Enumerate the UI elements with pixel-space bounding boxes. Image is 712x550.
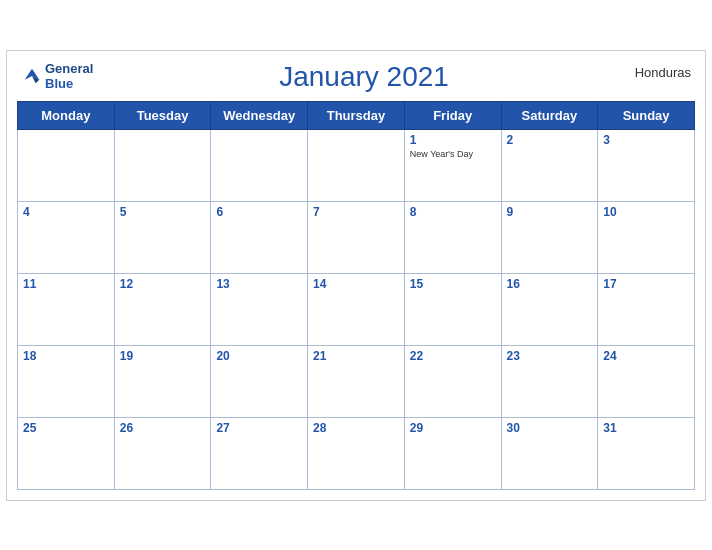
calendar-cell: 25: [18, 417, 115, 489]
calendar-header: General Blue January 2021 Honduras: [17, 61, 695, 93]
calendar-cell: 13: [211, 273, 308, 345]
day-number: 7: [313, 205, 399, 219]
calendar-cell: 26: [114, 417, 211, 489]
day-number: 18: [23, 349, 109, 363]
day-number: 8: [410, 205, 496, 219]
day-number: 9: [507, 205, 593, 219]
day-number: 22: [410, 349, 496, 363]
weekday-header-tuesday: Tuesday: [114, 101, 211, 129]
calendar-cell: [114, 129, 211, 201]
calendar-cell: 30: [501, 417, 598, 489]
calendar-cell: 31: [598, 417, 695, 489]
day-number: 23: [507, 349, 593, 363]
calendar-cell: 24: [598, 345, 695, 417]
calendar-cell: [18, 129, 115, 201]
week-row-0: 1New Year's Day23: [18, 129, 695, 201]
calendar-grid: MondayTuesdayWednesdayThursdayFridaySatu…: [17, 101, 695, 490]
day-number: 1: [410, 133, 496, 147]
logo-line2: Blue: [45, 76, 93, 92]
calendar-cell: 15: [404, 273, 501, 345]
weekday-header-wednesday: Wednesday: [211, 101, 308, 129]
calendar-cell: 6: [211, 201, 308, 273]
calendar-cell: 3: [598, 129, 695, 201]
logo: General Blue: [21, 61, 93, 92]
day-number: 2: [507, 133, 593, 147]
calendar-cell: 22: [404, 345, 501, 417]
calendar-cell: 12: [114, 273, 211, 345]
day-number: 17: [603, 277, 689, 291]
calendar-cell: 11: [18, 273, 115, 345]
calendar-cell: 23: [501, 345, 598, 417]
week-row-4: 25262728293031: [18, 417, 695, 489]
day-number: 29: [410, 421, 496, 435]
weekday-header-sunday: Sunday: [598, 101, 695, 129]
day-number: 12: [120, 277, 206, 291]
day-number: 3: [603, 133, 689, 147]
day-number: 6: [216, 205, 302, 219]
calendar-cell: 17: [598, 273, 695, 345]
calendar-cell: 7: [308, 201, 405, 273]
calendar-cell: 27: [211, 417, 308, 489]
day-number: 15: [410, 277, 496, 291]
calendar-cell: 5: [114, 201, 211, 273]
calendar-cell: 18: [18, 345, 115, 417]
weekday-header-thursday: Thursday: [308, 101, 405, 129]
week-row-3: 18192021222324: [18, 345, 695, 417]
calendar-cell: 20: [211, 345, 308, 417]
day-number: 27: [216, 421, 302, 435]
calendar-cell: 8: [404, 201, 501, 273]
calendar-title: January 2021: [93, 61, 634, 93]
day-number: 5: [120, 205, 206, 219]
day-number: 20: [216, 349, 302, 363]
day-number: 11: [23, 277, 109, 291]
logo-text: General Blue: [45, 61, 93, 92]
day-number: 13: [216, 277, 302, 291]
calendar-cell: 16: [501, 273, 598, 345]
day-number: 21: [313, 349, 399, 363]
calendar-cell: 14: [308, 273, 405, 345]
day-number: 19: [120, 349, 206, 363]
logo-icon: [21, 65, 43, 87]
calendar-cell: [308, 129, 405, 201]
day-number: 31: [603, 421, 689, 435]
svg-marker-0: [25, 69, 40, 80]
calendar-cell: [211, 129, 308, 201]
weekday-header-saturday: Saturday: [501, 101, 598, 129]
day-number: 30: [507, 421, 593, 435]
calendar-container: General Blue January 2021 Honduras Monda…: [6, 50, 706, 501]
logo-line1: General: [45, 61, 93, 77]
calendar-cell: 9: [501, 201, 598, 273]
day-number: 4: [23, 205, 109, 219]
holiday-label: New Year's Day: [410, 149, 496, 160]
day-number: 24: [603, 349, 689, 363]
country-label: Honduras: [635, 61, 691, 80]
day-number: 26: [120, 421, 206, 435]
weekday-header-friday: Friday: [404, 101, 501, 129]
calendar-cell: 2: [501, 129, 598, 201]
day-number: 10: [603, 205, 689, 219]
week-row-1: 45678910: [18, 201, 695, 273]
weekday-header-row: MondayTuesdayWednesdayThursdayFridaySatu…: [18, 101, 695, 129]
calendar-cell: 21: [308, 345, 405, 417]
calendar-cell: 28: [308, 417, 405, 489]
calendar-cell: 19: [114, 345, 211, 417]
weekday-header-monday: Monday: [18, 101, 115, 129]
day-number: 16: [507, 277, 593, 291]
day-number: 14: [313, 277, 399, 291]
calendar-cell: 29: [404, 417, 501, 489]
day-number: 25: [23, 421, 109, 435]
calendar-cell: 4: [18, 201, 115, 273]
day-number: 28: [313, 421, 399, 435]
week-row-2: 11121314151617: [18, 273, 695, 345]
calendar-cell: 10: [598, 201, 695, 273]
calendar-cell: 1New Year's Day: [404, 129, 501, 201]
